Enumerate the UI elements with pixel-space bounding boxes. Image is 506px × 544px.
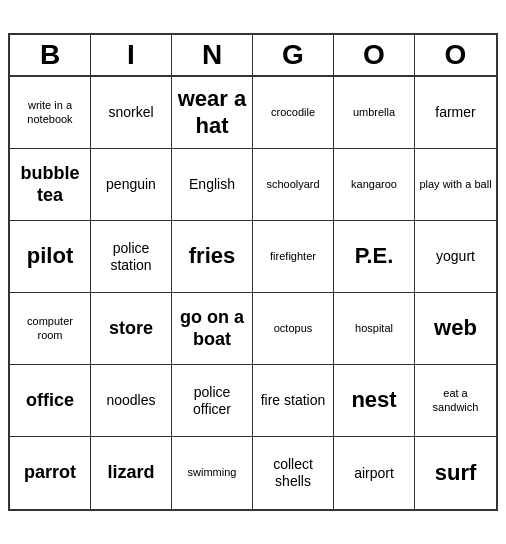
cell-text-13: police station [95, 240, 167, 274]
cell-text-29: eat a sandwich [419, 387, 492, 413]
bingo-cell-25: noodles [91, 365, 172, 437]
bingo-cell-32: swimming [172, 437, 253, 509]
bingo-cell-23: web [415, 293, 496, 365]
cell-text-5: farmer [435, 104, 475, 121]
bingo-board: BINGOO write in a notebooksnorkelwear a … [8, 33, 498, 511]
cell-text-27: fire station [261, 392, 326, 409]
bingo-cell-24: office [10, 365, 91, 437]
bingo-cell-30: parrot [10, 437, 91, 509]
bingo-cell-20: go on a boat [172, 293, 253, 365]
cell-text-33: collect shells [257, 456, 329, 490]
cell-text-19: store [109, 318, 153, 340]
cell-text-17: yogurt [436, 248, 475, 265]
bingo-cell-35: surf [415, 437, 496, 509]
bingo-cell-31: lizard [91, 437, 172, 509]
cell-text-10: kangaroo [351, 178, 397, 191]
bingo-cell-21: octopus [253, 293, 334, 365]
cell-text-7: penguin [106, 176, 156, 193]
bingo-cell-7: penguin [91, 149, 172, 221]
cell-text-12: pilot [27, 243, 73, 269]
bingo-cell-1: snorkel [91, 77, 172, 149]
bingo-cell-15: firefighter [253, 221, 334, 293]
bingo-cell-22: hospital [334, 293, 415, 365]
header-row: BINGOO [10, 35, 496, 77]
bingo-cell-12: pilot [10, 221, 91, 293]
header-cell-O-4: O [334, 35, 415, 75]
cell-text-34: airport [354, 465, 394, 482]
header-cell-B-0: B [10, 35, 91, 75]
cell-text-1: snorkel [108, 104, 153, 121]
cell-text-30: parrot [24, 462, 76, 484]
bingo-cell-17: yogurt [415, 221, 496, 293]
bingo-cell-5: farmer [415, 77, 496, 149]
bingo-cell-10: kangaroo [334, 149, 415, 221]
header-cell-G-3: G [253, 35, 334, 75]
cell-text-6: bubble tea [14, 163, 86, 206]
cell-text-25: noodles [106, 392, 155, 409]
cell-text-28: nest [351, 387, 396, 413]
bingo-cell-34: airport [334, 437, 415, 509]
cell-text-14: fries [189, 243, 235, 269]
bingo-cell-6: bubble tea [10, 149, 91, 221]
bingo-cell-18: computer room [10, 293, 91, 365]
bingo-cell-27: fire station [253, 365, 334, 437]
bingo-grid: write in a notebooksnorkelwear a hatcroc… [10, 77, 496, 509]
cell-text-3: crocodile [271, 106, 315, 119]
bingo-cell-8: English [172, 149, 253, 221]
cell-text-32: swimming [188, 466, 237, 479]
cell-text-11: play with a ball [419, 178, 491, 191]
cell-text-26: police officer [176, 384, 248, 418]
bingo-cell-14: fries [172, 221, 253, 293]
header-cell-N-2: N [172, 35, 253, 75]
cell-text-23: web [434, 315, 477, 341]
bingo-cell-13: police station [91, 221, 172, 293]
bingo-cell-11: play with a ball [415, 149, 496, 221]
bingo-cell-19: store [91, 293, 172, 365]
bingo-cell-16: P.E. [334, 221, 415, 293]
bingo-cell-0: write in a notebook [10, 77, 91, 149]
cell-text-21: octopus [274, 322, 313, 335]
header-cell-O-5: O [415, 35, 496, 75]
bingo-cell-2: wear a hat [172, 77, 253, 149]
cell-text-35: surf [435, 460, 477, 486]
bingo-cell-28: nest [334, 365, 415, 437]
cell-text-20: go on a boat [176, 307, 248, 350]
bingo-cell-26: police officer [172, 365, 253, 437]
cell-text-2: wear a hat [176, 86, 248, 139]
cell-text-18: computer room [14, 315, 86, 341]
cell-text-15: firefighter [270, 250, 316, 263]
cell-text-24: office [26, 390, 74, 412]
cell-text-8: English [189, 176, 235, 193]
cell-text-31: lizard [107, 462, 154, 484]
bingo-cell-33: collect shells [253, 437, 334, 509]
cell-text-4: umbrella [353, 106, 395, 119]
bingo-cell-9: schoolyard [253, 149, 334, 221]
cell-text-9: schoolyard [266, 178, 319, 191]
cell-text-22: hospital [355, 322, 393, 335]
bingo-cell-4: umbrella [334, 77, 415, 149]
bingo-cell-29: eat a sandwich [415, 365, 496, 437]
cell-text-0: write in a notebook [14, 99, 86, 125]
header-cell-I-1: I [91, 35, 172, 75]
bingo-cell-3: crocodile [253, 77, 334, 149]
cell-text-16: P.E. [355, 243, 394, 269]
